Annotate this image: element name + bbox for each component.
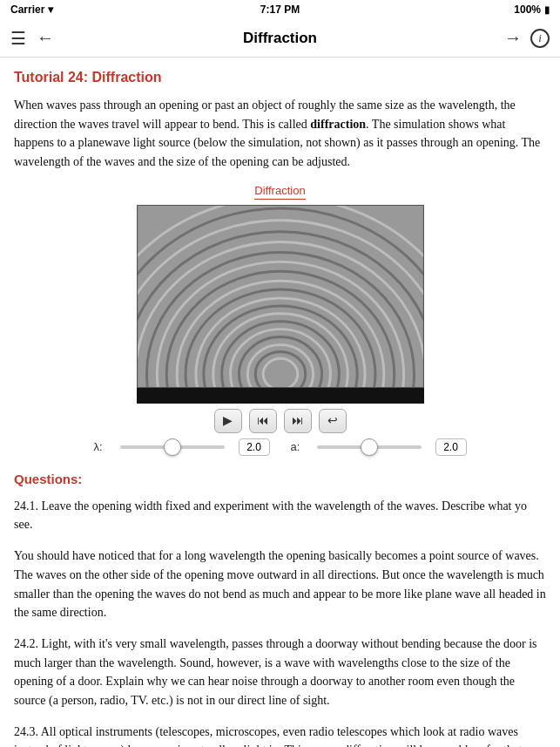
fastforward-button[interactable]: ⏭ xyxy=(284,409,312,433)
tutorial-title: Tutorial 24: Diffraction xyxy=(14,70,546,85)
a-label: a: xyxy=(291,440,303,453)
status-left: Carrier ▾ xyxy=(10,3,53,16)
lambda-slider-track[interactable] xyxy=(120,445,225,449)
play-button[interactable]: ▶ xyxy=(214,409,242,433)
nav-bar: ☰ ← Diffraction → i xyxy=(0,19,560,58)
carrier-text: Carrier xyxy=(10,3,44,16)
simulation-image[interactable] xyxy=(137,205,424,388)
main-content: Tutorial 24: Diffraction When waves pass… xyxy=(0,58,560,747)
nav-right: → i xyxy=(504,28,550,48)
rewind-button[interactable]: ⏮ xyxy=(249,409,277,433)
question-3: 24.3. All optical instruments (telescope… xyxy=(14,723,546,747)
sim-bottom-bar xyxy=(137,388,424,404)
a-slider-track[interactable] xyxy=(317,445,422,449)
battery-icon: ▮ xyxy=(544,4,550,16)
reset-button[interactable]: ↩ xyxy=(319,409,347,433)
nav-title: Diffraction xyxy=(243,30,317,47)
info-icon: i xyxy=(538,31,542,45)
sim-label: Diffraction xyxy=(254,184,305,200)
lambda-value: 2.0 xyxy=(239,438,270,456)
controls-row: ▶ ⏮ ⏭ ↩ xyxy=(214,409,347,433)
sliders-row: λ: 2.0 a: 2.0 xyxy=(94,438,467,456)
wifi-icon: ▾ xyxy=(48,3,53,16)
body-paragraph-1: When waves pass through an opening or pa… xyxy=(14,96,546,172)
menu-icon[interactable]: ☰ xyxy=(10,28,26,49)
lambda-label: λ: xyxy=(94,440,106,453)
rewind-icon: ⏮ xyxy=(257,414,269,428)
battery-text: 100% xyxy=(514,3,541,16)
back-arrow-icon[interactable]: ← xyxy=(37,28,54,48)
question-2: 24.2. Light, with it's very small wavele… xyxy=(14,635,546,710)
status-bar: Carrier ▾ 7:17 PM 100% ▮ xyxy=(0,0,560,19)
nav-left: ☰ ← xyxy=(10,28,54,49)
status-right: 100% ▮ xyxy=(514,3,550,16)
answer-1: You should have noticed that for a long … xyxy=(14,547,546,622)
question-1: 24.1. Leave the opening width fixed and … xyxy=(14,497,546,534)
questions-title: Questions: xyxy=(14,472,546,486)
reset-icon: ↩ xyxy=(327,413,338,428)
info-button[interactable]: i xyxy=(530,29,550,48)
a-slider-thumb[interactable] xyxy=(361,438,378,456)
lambda-slider-thumb[interactable] xyxy=(164,438,181,456)
forward-arrow-icon[interactable]: → xyxy=(504,28,522,48)
wave-svg xyxy=(138,206,423,387)
status-time: 7:17 PM xyxy=(260,3,300,16)
bold-diffraction: diffraction xyxy=(310,118,366,131)
simulation-container: Diffraction xyxy=(14,184,546,459)
play-icon: ▶ xyxy=(223,413,233,428)
a-value: 2.0 xyxy=(435,438,467,456)
fastforward-icon: ⏭ xyxy=(292,414,304,428)
